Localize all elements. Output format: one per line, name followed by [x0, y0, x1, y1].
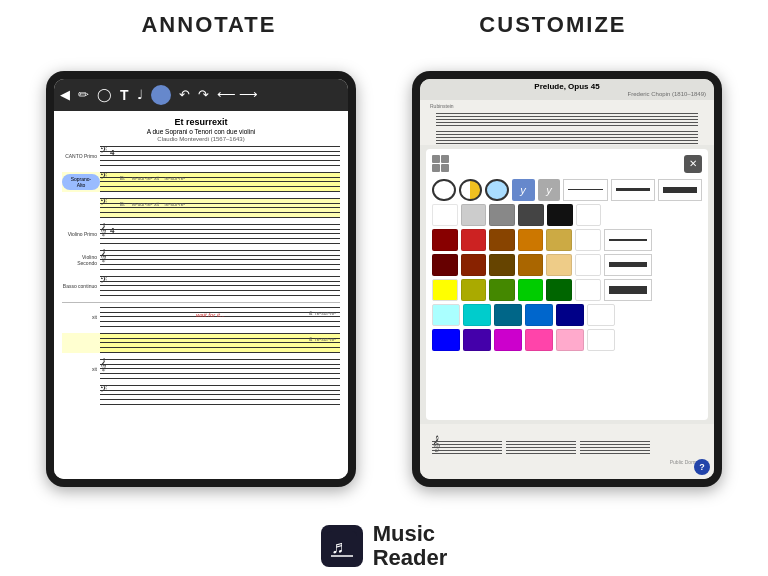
staff-label-bottom3: xit	[62, 366, 100, 372]
line-verythick[interactable]	[604, 279, 652, 301]
svg-text:♬: ♬	[331, 537, 345, 557]
swatch-yellow[interactable]	[432, 279, 458, 301]
swatch-row2-6[interactable]	[576, 204, 602, 226]
tablets-container: ◀ ✏ ◯ T ♩ ↶ ↷ ⟵ ⟶ Et resurrexit A due So…	[0, 44, 768, 514]
swatch-lightpink[interactable]	[556, 329, 584, 351]
staff-lines-bottom-highlighted: & re-sur-re-	[100, 333, 340, 353]
staff-row-violin1: Violino Primo 𝄞 4	[62, 224, 340, 244]
staff-label-bottom1: xit	[62, 314, 100, 320]
line-medium-2[interactable]	[604, 229, 652, 251]
swatch-forestgreen[interactable]	[546, 279, 572, 301]
page-header: ANNOTATE CUSTOMIZE	[0, 0, 768, 44]
staff-row-bottom1: xit wait for it... & re-sur-re-	[62, 307, 340, 327]
swatch-purple[interactable]	[463, 329, 491, 351]
line-thick-2[interactable]	[604, 254, 652, 276]
swatch-y-gray[interactable]: y	[538, 179, 561, 201]
staff-label-canto: CANTO Primo	[62, 153, 100, 159]
swatch-row-3	[432, 229, 702, 251]
swatch-lightgray[interactable]	[461, 204, 487, 226]
line-spacer-2	[655, 204, 702, 226]
swatch-row4-6[interactable]	[575, 254, 601, 276]
swatch-brightblue[interactable]	[432, 329, 460, 351]
swatch-row3-6[interactable]	[575, 229, 601, 251]
staff-row-bottom4: 𝄢	[62, 385, 340, 405]
back-icon[interactable]: ◀	[60, 87, 70, 102]
swatch-darkorange[interactable]	[518, 254, 544, 276]
staff-row-canto: CANTO Primo 𝄢 4	[62, 146, 340, 166]
swatch-y-blue[interactable]: y	[512, 179, 535, 201]
pencil-icon[interactable]: ✏	[78, 87, 89, 102]
swatch-teal[interactable]	[494, 304, 522, 326]
grid-icon[interactable]	[432, 155, 450, 173]
piece-title: Et resurrexit	[62, 117, 340, 127]
circle-tool-icon[interactable]: ◯	[97, 87, 112, 102]
annotate-tablet: ◀ ✏ ◯ T ♩ ↶ ↷ ⟵ ⟶ Et resurrexit A due So…	[46, 71, 356, 487]
undo-icon[interactable]: ↶	[179, 87, 190, 102]
color-palette-panel: ✕ y y	[426, 149, 708, 420]
swatch-row-2	[432, 204, 702, 226]
right-composer-text: Frederic Chopin (1810–1849)	[428, 91, 706, 97]
text-tool-icon[interactable]: T	[120, 87, 129, 103]
swatch-yellow-circle[interactable]	[459, 179, 483, 201]
swatch-row-5	[432, 279, 702, 301]
staff-lines-soprano: 𝄢 Et re-sur-re- xit re-sur-re-	[100, 172, 340, 192]
close-palette-button[interactable]: ✕	[684, 155, 702, 173]
right-piece-title: Prelude, Opus 45 Frederic Chopin (1810–1…	[428, 82, 706, 97]
staff-label-violin2: Violino Secondo	[62, 254, 100, 266]
line-spacer-4	[655, 254, 702, 276]
staff-row-continuation: 𝄢 Et re-sur-re- xit re-sur-re-	[62, 198, 340, 218]
swatch-white-circle[interactable]	[432, 179, 456, 201]
help-button[interactable]: ?	[694, 459, 710, 475]
swatch-darkgreen[interactable]	[489, 279, 515, 301]
line-style-medium[interactable]	[611, 179, 655, 201]
swatch-white[interactable]	[432, 204, 458, 226]
swatch-row7-6[interactable]	[587, 329, 615, 351]
swatch-cyan[interactable]	[463, 304, 491, 326]
swatch-gray[interactable]	[489, 204, 515, 226]
preview-staff-lines	[428, 110, 706, 144]
swatch-orange[interactable]	[518, 229, 544, 251]
note-icon[interactable]: ♩	[137, 87, 143, 102]
logo-name-top: Music	[373, 522, 448, 546]
annotate-screen: ◀ ✏ ◯ T ♩ ↶ ↷ ⟵ ⟶ Et resurrexit A due So…	[54, 79, 348, 479]
staff-lines-bottom1: wait for it... & re-sur-re-	[100, 307, 340, 327]
staff-label-soprano: Soprano-Alto	[62, 174, 100, 190]
logo-name-bottom: Reader	[373, 546, 448, 570]
bottom-staff-3	[580, 437, 650, 457]
swatch-lightan[interactable]	[546, 254, 572, 276]
swatch-navy[interactable]	[556, 304, 584, 326]
line-style-thick[interactable]	[658, 179, 702, 201]
swatch-rust[interactable]	[461, 254, 487, 276]
staff-lines-continuation: 𝄢 Et re-sur-re- xit re-sur-re-	[100, 198, 340, 218]
bottom-staff-2	[506, 437, 576, 457]
swatch-olive[interactable]	[461, 279, 487, 301]
arrows-icon[interactable]: ⟵ ⟶	[217, 87, 259, 102]
swatch-row5-6[interactable]	[575, 279, 601, 301]
swatch-row-4	[432, 254, 702, 276]
swatch-darkgray[interactable]	[518, 204, 544, 226]
customize-tablet: Prelude, Opus 45 Frederic Chopin (1810–1…	[412, 71, 722, 487]
swatch-green[interactable]	[518, 279, 544, 301]
swatch-row6-6[interactable]	[587, 304, 615, 326]
line-style-thin[interactable]	[563, 179, 607, 201]
swatch-brown[interactable]	[489, 229, 515, 251]
swatch-blue[interactable]	[525, 304, 553, 326]
swatch-blue-circle[interactable]	[485, 179, 509, 201]
staff-lines-bottom3: 𝄞	[100, 359, 340, 379]
swatch-darkred[interactable]	[432, 229, 458, 251]
color-indicator[interactable]	[151, 85, 171, 105]
swatch-maroon[interactable]	[432, 254, 458, 276]
swatch-magenta[interactable]	[494, 329, 522, 351]
right-title-text: Prelude, Opus 45	[428, 82, 706, 91]
logo-area: ♬ Music Reader	[321, 514, 448, 576]
swatch-nearblack[interactable]	[547, 204, 573, 226]
swatch-darkbrown[interactable]	[489, 254, 515, 276]
customize-screen: Prelude, Opus 45 Frederic Chopin (1810–1…	[420, 79, 714, 479]
swatch-red[interactable]	[461, 229, 487, 251]
staff-lines-basso: 𝄢	[100, 276, 340, 296]
swatch-lightcyan[interactable]	[432, 304, 460, 326]
swatch-hotpink[interactable]	[525, 329, 553, 351]
swatch-tan[interactable]	[546, 229, 572, 251]
customize-heading: CUSTOMIZE	[479, 12, 626, 38]
redo-icon[interactable]: ↷	[198, 87, 209, 102]
